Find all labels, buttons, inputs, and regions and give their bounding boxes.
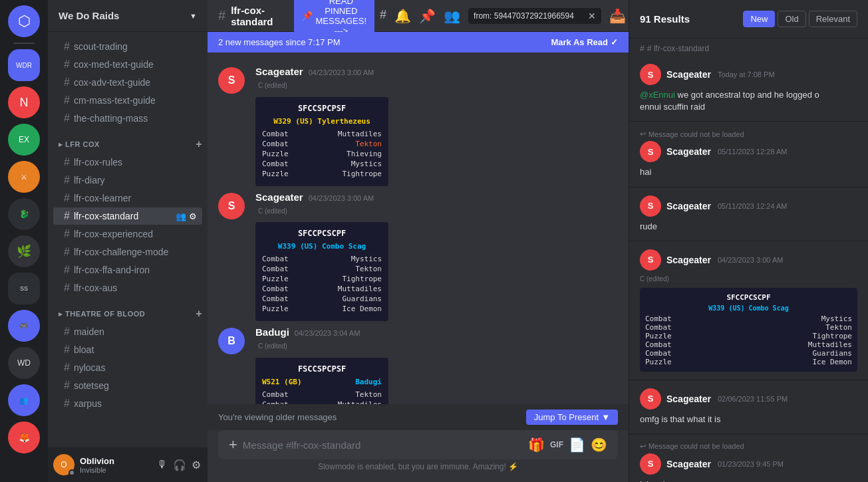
emoji-button[interactable]: 😊 [591, 437, 607, 453]
game-label: Combat [262, 400, 289, 404]
sticker-button[interactable]: 📄 [569, 437, 585, 453]
result-avatar: S [640, 141, 661, 162]
server-icon-10[interactable]: 🦊 [8, 422, 40, 453]
server-icon-3[interactable]: ⚔ [8, 161, 40, 193]
game-label: Puzzle [262, 275, 289, 283]
add-content-button[interactable]: + [229, 436, 237, 453]
game-value: Muttadiles [338, 400, 382, 404]
result-edited: C (edited) [640, 275, 857, 284]
game-row: Combat Mystics [262, 160, 382, 168]
channel-item-cox-adv[interactable]: # cox-adv-text-guide [53, 74, 202, 91]
search-result-item[interactable]: ↩ Message could not be loaded S Scageate… [629, 122, 868, 187]
channel-item-lfr-cox-experienced[interactable]: # lfr-cox-experienced [53, 225, 202, 243]
server-icon-7[interactable]: 🎮 [8, 310, 40, 342]
reply-text: Message could not be loaded [649, 442, 744, 450]
search-result-item[interactable]: S Scageater 04/23/2023 3:00 AM C (edited… [629, 241, 868, 380]
filter-old-button[interactable]: Old [778, 11, 805, 27]
server-header[interactable]: We Do Raids ▼ [48, 0, 208, 32]
channel-item-nylocas[interactable]: # nylocas [53, 359, 202, 376]
server-icon-2[interactable]: EX [8, 124, 40, 156]
channel-name-cox-med: cox-med-text-guide [74, 59, 154, 70]
search-result-item[interactable]: S Scageater 02/06/2023 11:55 PM omfg is … [629, 380, 868, 434]
search-close-button[interactable]: ✕ [588, 11, 596, 21]
channel-item-lfr-cox-rules[interactable]: # lfr-cox-rules [53, 154, 202, 171]
add-channel-icon[interactable]: + [196, 138, 202, 150]
members-icon[interactable]: 👥 [444, 8, 460, 24]
channel-item-lfr-diary[interactable]: # lfr-diary [53, 172, 202, 189]
add-channel-icon-tob[interactable]: + [196, 308, 202, 320]
search-result-header: S Scageater 02/06/2023 11:55 PM [640, 388, 857, 410]
channel-item-cm-mass[interactable]: # cm-mass-text-guide [53, 92, 202, 109]
channel-name-lfr-cox-ffa: lfr-cox-ffa-and-iron [74, 265, 150, 275]
channel-item-lfr-cox-standard[interactable]: # lfr-cox-standard 👥 ⚙ [53, 207, 202, 225]
result-text: join mine [640, 479, 857, 482]
game-value: Ice Demon [342, 304, 382, 313]
server-icon-4[interactable]: 🐉 [8, 198, 40, 230]
server-icon-we-do-raids[interactable]: WDR [8, 49, 40, 81]
message-author: Badugi [255, 326, 289, 338]
headphone-button[interactable]: 🎧 [172, 457, 188, 473]
embed-row: CombatGuardians [645, 349, 852, 358]
channel-item-scout-trading[interactable]: # scout-trading [53, 38, 202, 55]
message-input[interactable] [243, 433, 523, 457]
search-result-item[interactable]: S Scageater 05/11/2023 12:24 AM rude [629, 187, 868, 241]
jump-to-present-button[interactable]: Jump To Present ▼ [526, 410, 618, 425]
main-content: # lfr-cox-standard 📌 READ PINNED MESSAGE… [208, 0, 629, 482]
channel-name-lfr-cox-aus: lfr-cox-aus [74, 283, 117, 293]
mark-as-read-button[interactable]: Mark As Read ✓ [551, 37, 619, 47]
gif-button[interactable]: GIF [550, 437, 563, 453]
server-icon-1[interactable]: N [8, 86, 40, 118]
channel-item-lfr-cox-ffa[interactable]: # lfr-cox-ffa-and-iron [53, 261, 202, 279]
search-channel-label: # # lfr-cox-standard [629, 39, 868, 56]
settings-button[interactable]: ⚙ [190, 457, 202, 473]
filter-relevant-button[interactable]: Relevant [809, 11, 857, 27]
embed-label: Puzzle [645, 332, 672, 340]
search-panel: 91 Results New Old Relevant # # lfr-cox-… [629, 0, 868, 482]
channel-item-chatting-mass[interactable]: # the-chatting-mass [53, 110, 202, 127]
result-author-name: Scageater [666, 394, 711, 404]
channel-item-lfr-cox-challenge-mode[interactable]: # lfr-cox-challenge-mode [53, 243, 202, 261]
game-embed-content: SFCCSPCPSF W329 (US) Tylerthezeus Combat… [255, 97, 388, 186]
new-messages-banner[interactable]: 2 new messages since 7:17 PM Mark As Rea… [208, 32, 629, 53]
server-icon-9[interactable]: 👥 [8, 384, 40, 416]
game-value: Thieving [347, 150, 382, 158]
channel-item-maiden[interactable]: # maiden [53, 323, 202, 340]
channel-item-xarpus[interactable]: # xarpus [53, 395, 202, 412]
channel-item-lfr-cox-learner[interactable]: # lfr-cox-learner [53, 189, 202, 207]
channel-item-bloat[interactable]: # bloat [53, 341, 202, 358]
embed-label: Combat [645, 340, 672, 349]
bell-icon[interactable]: 🔔 [394, 8, 411, 24]
category-lfr-cox[interactable]: ▸ LFR COX + [48, 128, 208, 153]
search-result-item[interactable]: S Scageater Today at 7:08 PM @xEnnui we … [629, 56, 868, 122]
result-name-group: Scageater 05/11/2023 12:24 AM [666, 201, 788, 211]
search-result-item[interactable]: ↩ Message could not be loaded S Scageate… [629, 434, 868, 482]
mic-button[interactable]: 🎙 [156, 457, 169, 473]
discord-home-button[interactable]: ⬡ [8, 5, 40, 37]
server-icon-6[interactable]: SS [8, 273, 40, 304]
channel-sidebar: We Do Raids ▼ # scout-trading # cox-med-… [48, 0, 208, 482]
search-box[interactable]: from: 594470372921966594 ✕ [468, 8, 601, 24]
server-icon-8[interactable]: WD [8, 347, 40, 379]
channel-item-cox-med[interactable]: # cox-med-text-guide [53, 56, 202, 73]
older-messages-bar: You're viewing older messages Jump To Pr… [208, 404, 629, 430]
hash-icon-header[interactable]: # [380, 8, 386, 24]
channel-item-sotetseg[interactable]: # sotetseg [53, 377, 202, 394]
game-embed-content: SFCCPCSCPF W339 (US) Combo Scag Combat M… [255, 222, 388, 321]
channel-name-bloat: bloat [74, 344, 94, 355]
channel-item-lfr-cox-aus[interactable]: # lfr-cox-aus [53, 279, 202, 297]
user-panel: O Oblivion Invisible 🎙 🎧 ⚙ [48, 447, 208, 482]
embed-row: CombatTekton [645, 323, 852, 332]
hash-icon: # [64, 94, 70, 106]
username: Oblivion [80, 456, 150, 466]
channel-name-lfr-cox-experienced: lfr-cox-experienced [74, 229, 153, 239]
gift-button[interactable]: 🎁 [528, 437, 545, 453]
inbox-icon[interactable]: 📥 [609, 8, 626, 24]
pin-icon[interactable]: 📌 [419, 8, 436, 24]
embed-value: Ice Demon [812, 358, 852, 366]
game-embed-3: FSCCSPCPSF W521 (GB) Badugi Combat Tekto… [255, 358, 388, 404]
category-theatre-of-blood[interactable]: ▸ THEATRE OF BLOOD + [48, 297, 208, 322]
server-icon-5[interactable]: 🌿 [8, 235, 40, 267]
reply-icon: ↩ [640, 442, 646, 451]
game-value: Muttadiles [338, 130, 382, 138]
filter-new-button[interactable]: New [743, 11, 775, 27]
